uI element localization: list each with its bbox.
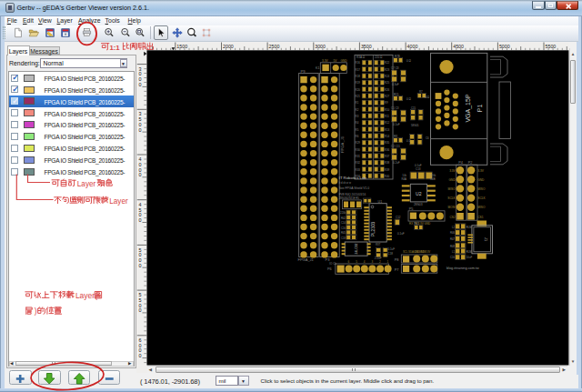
svg-text:Layer: Layer [77,180,96,188]
svg-text:Layer(: Layer( [75,291,97,300]
svg-text:Layer: Layer [109,197,128,206]
svg-text:): ) [35,307,37,316]
svg-text:1:1: 1:1 [109,44,120,52]
